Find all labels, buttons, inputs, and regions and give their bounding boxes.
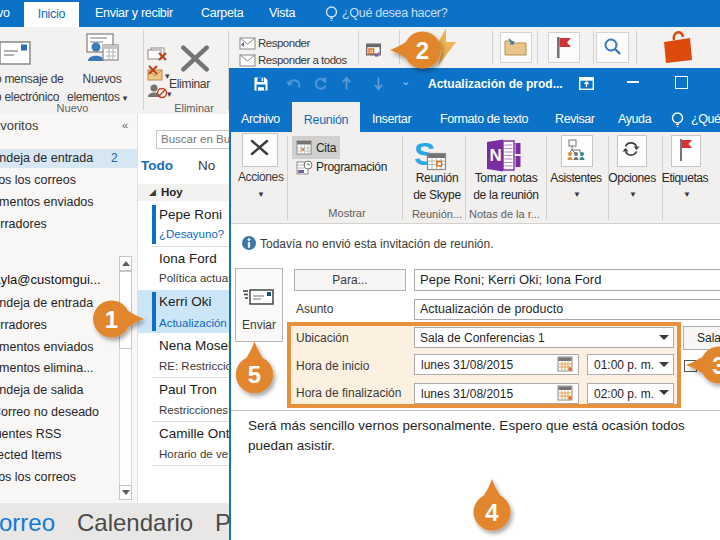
- svg-text:1: 1: [105, 306, 118, 333]
- svg-text:N: N: [490, 146, 502, 165]
- svg-text:4: 4: [485, 499, 499, 526]
- svg-text:3: 3: [712, 352, 720, 379]
- svg-text:5: 5: [248, 361, 261, 388]
- svg-text:2: 2: [416, 37, 429, 64]
